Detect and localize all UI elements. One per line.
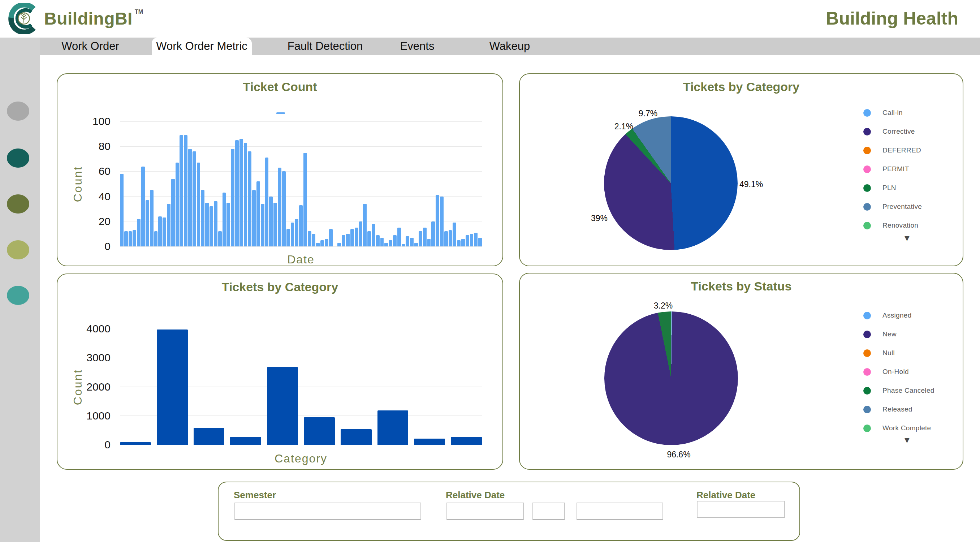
tab-fault-detection[interactable]: Fault Detection bbox=[275, 38, 375, 55]
bar[interactable] bbox=[410, 238, 414, 246]
bar[interactable] bbox=[162, 218, 166, 246]
bar[interactable] bbox=[192, 151, 196, 246]
tab-work-order[interactable]: Work Order bbox=[51, 38, 130, 55]
bar[interactable] bbox=[418, 231, 422, 246]
bar[interactable] bbox=[256, 181, 260, 246]
legend-item-work-complete[interactable]: Work Complete bbox=[863, 419, 934, 437]
bar[interactable] bbox=[235, 140, 239, 246]
bar[interactable] bbox=[218, 231, 222, 246]
bar[interactable] bbox=[184, 135, 188, 246]
bar[interactable] bbox=[431, 221, 435, 246]
bar[interactable] bbox=[252, 190, 256, 246]
bar[interactable] bbox=[397, 227, 401, 246]
bar[interactable] bbox=[304, 153, 307, 247]
semester-input[interactable] bbox=[234, 502, 421, 520]
bar[interactable] bbox=[231, 149, 234, 246]
bar[interactable] bbox=[158, 216, 162, 246]
tab-events[interactable]: Events bbox=[379, 38, 455, 55]
bar[interactable] bbox=[274, 203, 277, 246]
sidebar-nav-dot-4[interactable] bbox=[7, 240, 29, 259]
bar[interactable] bbox=[240, 139, 243, 246]
bar[interactable] bbox=[132, 230, 136, 246]
bar[interactable] bbox=[368, 231, 371, 246]
legend-item-released[interactable]: Released bbox=[863, 400, 934, 419]
bar[interactable] bbox=[329, 229, 332, 246]
bar[interactable] bbox=[363, 204, 367, 246]
bar[interactable] bbox=[466, 235, 469, 246]
bar[interactable] bbox=[444, 231, 448, 246]
bar[interactable] bbox=[414, 439, 445, 445]
bar[interactable] bbox=[214, 201, 218, 246]
tab-work-order-metric[interactable]: Work Order Metric bbox=[152, 38, 252, 55]
bar[interactable] bbox=[267, 367, 298, 445]
bar[interactable] bbox=[188, 149, 192, 246]
bar[interactable] bbox=[320, 240, 324, 246]
bar[interactable] bbox=[393, 235, 397, 246]
legend-item-renovation[interactable]: Renovation bbox=[863, 216, 922, 235]
bar[interactable] bbox=[120, 174, 124, 246]
bar[interactable] bbox=[120, 442, 151, 445]
tab-wakeup[interactable]: Wakeup bbox=[469, 38, 550, 55]
bar[interactable] bbox=[325, 239, 328, 246]
bar[interactable] bbox=[180, 135, 183, 246]
bar[interactable] bbox=[474, 233, 477, 246]
legend-item-on-hold[interactable]: On-Hold bbox=[863, 363, 934, 381]
bar[interactable] bbox=[205, 203, 209, 246]
bar[interactable] bbox=[449, 230, 452, 246]
legend-item-permit[interactable]: PERMIT bbox=[863, 160, 922, 178]
status-pie[interactable] bbox=[605, 312, 738, 445]
bar[interactable] bbox=[359, 221, 363, 246]
bar[interactable] bbox=[278, 168, 282, 246]
bar[interactable] bbox=[265, 157, 269, 246]
bar[interactable] bbox=[457, 240, 461, 246]
bar[interactable] bbox=[226, 203, 230, 246]
legend-item-corrective[interactable]: Corrective bbox=[863, 122, 922, 141]
legend-item-null[interactable]: Null bbox=[863, 343, 934, 363]
sidebar-nav-dot-2[interactable] bbox=[7, 148, 29, 168]
bar[interactable] bbox=[137, 219, 140, 246]
bar[interactable] bbox=[342, 235, 345, 246]
bar[interactable] bbox=[402, 244, 405, 246]
bar[interactable] bbox=[461, 239, 465, 246]
bar[interactable] bbox=[380, 238, 384, 246]
legend-item-phase-canceled[interactable]: Phase Canceled bbox=[863, 381, 934, 400]
bar[interactable] bbox=[350, 229, 354, 246]
relative-date-to-input[interactable] bbox=[576, 502, 663, 520]
bar[interactable] bbox=[451, 437, 482, 445]
bar[interactable] bbox=[291, 223, 294, 246]
bar[interactable] bbox=[299, 205, 303, 246]
bar[interactable] bbox=[154, 231, 158, 246]
bar[interactable] bbox=[269, 197, 273, 246]
bar[interactable] bbox=[197, 162, 200, 246]
bar[interactable] bbox=[376, 235, 380, 246]
bar[interactable] bbox=[346, 234, 350, 246]
bar[interactable] bbox=[261, 204, 264, 246]
legend-item-pln[interactable]: PLN bbox=[863, 178, 922, 197]
bar[interactable] bbox=[282, 171, 286, 246]
bar[interactable] bbox=[377, 410, 409, 445]
legend-item-call-in[interactable]: Call-in bbox=[863, 103, 922, 122]
relative-date-unit-input[interactable] bbox=[533, 502, 565, 520]
legend-item-new[interactable]: New bbox=[863, 325, 934, 343]
sidebar-nav-dot-1[interactable] bbox=[7, 102, 29, 121]
bar[interactable] bbox=[436, 195, 439, 246]
bar[interactable] bbox=[312, 234, 316, 246]
legend-item-assigned[interactable]: Assigned bbox=[863, 306, 934, 325]
bar[interactable] bbox=[129, 231, 132, 246]
bar[interactable] bbox=[295, 219, 298, 246]
bar[interactable] bbox=[194, 428, 225, 445]
bar[interactable] bbox=[384, 243, 388, 246]
legend-item-deferred[interactable]: DEFERRED bbox=[863, 141, 922, 160]
bar[interactable] bbox=[478, 238, 482, 246]
sidebar-nav-dot-5[interactable] bbox=[7, 286, 29, 305]
category-pie[interactable] bbox=[604, 116, 738, 250]
bar[interactable] bbox=[146, 200, 149, 246]
legend-item-preventative[interactable]: Preventative bbox=[863, 197, 922, 216]
bar[interactable] bbox=[244, 143, 247, 246]
bar[interactable] bbox=[167, 204, 170, 246]
bar[interactable] bbox=[223, 192, 226, 246]
bar[interactable] bbox=[210, 206, 213, 246]
bar[interactable] bbox=[340, 429, 372, 445]
bar[interactable] bbox=[124, 231, 128, 246]
bar[interactable] bbox=[286, 229, 290, 246]
